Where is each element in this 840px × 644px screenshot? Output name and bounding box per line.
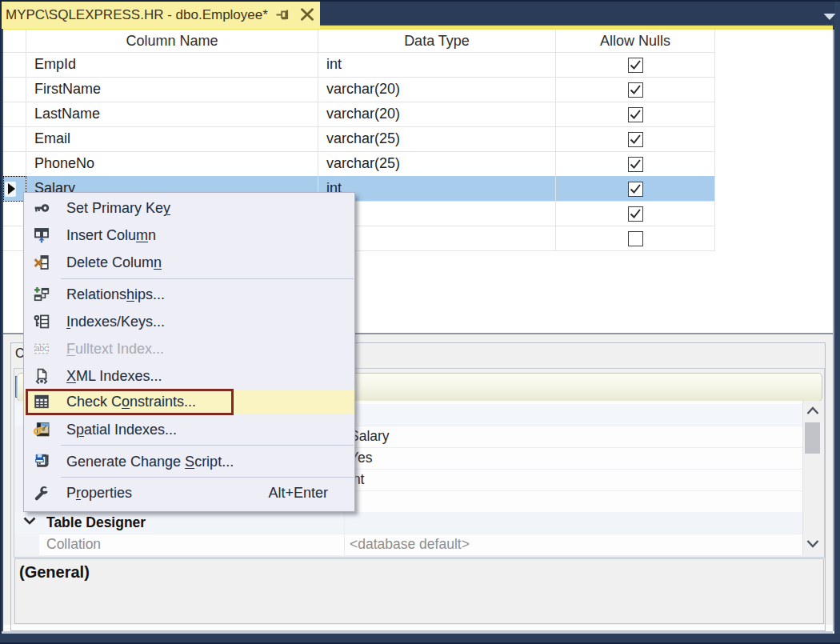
- svg-text:abc: abc: [35, 344, 48, 353]
